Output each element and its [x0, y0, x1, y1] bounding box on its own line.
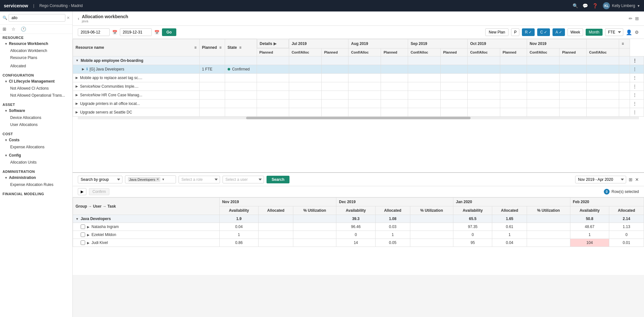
expand-sn-hr[interactable]: ▶: [76, 93, 78, 97]
row-dots-2[interactable]: ⋮: [630, 73, 644, 82]
state-filter-icon[interactable]: ≡: [239, 45, 241, 50]
sidebar-star-icon[interactable]: ☆: [11, 26, 16, 32]
go-button[interactable]: Go: [162, 28, 176, 36]
sidebar-group-resource-workbench-label[interactable]: ▼ Resource Workbench: [3, 40, 70, 47]
row-dots-6[interactable]: ⋮: [630, 108, 644, 116]
month-button[interactable]: Month: [586, 29, 603, 36]
header-actions: ✏ ⊞: [629, 16, 639, 21]
fte-select[interactable]: FTE: [605, 28, 623, 36]
expand-mobile-replace[interactable]: ▶: [76, 76, 78, 79]
role-select[interactable]: Select a role: [179, 176, 220, 183]
sidebar-group-admin-label[interactable]: ▼ Administration: [3, 174, 70, 181]
lower-feb-alloc-group: 2.14: [609, 215, 644, 223]
r-toggle-button[interactable]: R ✓: [522, 28, 535, 36]
expand-natasha[interactable]: ▶: [87, 225, 90, 229]
row-dots-3[interactable]: ⋮: [630, 82, 644, 91]
sidebar-home-icon[interactable]: ⊞: [3, 26, 6, 32]
expand-mobile-onboarding[interactable]: ▼: [76, 59, 79, 62]
p5: [199, 108, 225, 116]
sidebar-item-allocation-units[interactable]: Allocation Units: [3, 159, 70, 166]
settings-icon-button[interactable]: ⚙: [635, 30, 639, 35]
expand-upgrade-servers[interactable]: ▶: [76, 110, 78, 114]
search-input[interactable]: [9, 14, 65, 22]
planned-filter-icon[interactable]: ≡: [219, 45, 222, 50]
sidebar-item-device-allocations[interactable]: Device Allocations: [3, 114, 70, 121]
row-dots-5[interactable]: ⋮: [630, 99, 644, 108]
top-bar: servicenow | Rego Consulting - Madrid 🔍 …: [0, 0, 644, 11]
sidebar-item-user-allocations[interactable]: User Allocations: [3, 121, 70, 128]
date-range-select[interactable]: Nov 2019 - Apr 2020: [575, 176, 626, 183]
cal-from-icon[interactable]: 📅: [112, 30, 117, 35]
date-to-input[interactable]: [120, 28, 152, 36]
search-button[interactable]: Search: [267, 176, 289, 183]
cal-to-icon[interactable]: 📅: [154, 30, 159, 35]
c-toggle-button[interactable]: C ✓: [537, 28, 550, 36]
row-dots-java-dev[interactable]: ⋮: [630, 65, 644, 73]
expand-java-dev[interactable]: ▶: [82, 67, 84, 71]
sidebar-group-costs-label[interactable]: ▼ Costs: [3, 136, 70, 144]
expand-ezekiel[interactable]: ▶: [87, 233, 90, 237]
lower-close-icon[interactable]: ✕: [635, 177, 639, 182]
tag-dropdown-icon[interactable]: ▼: [162, 178, 165, 181]
sidebar-section-financial: Financial Modeling: [0, 190, 72, 197]
lower-group-java-dev: ▼ Java Developers: [73, 215, 220, 223]
p3: [199, 91, 225, 99]
user-select[interactable]: Select a user: [223, 176, 264, 183]
filter-icon[interactable]: ≡: [194, 45, 197, 50]
new-plan-button[interactable]: New Plan: [485, 28, 509, 36]
a-toggle-button[interactable]: A ✓: [553, 28, 565, 36]
dec-util-natasha: [410, 223, 453, 231]
sidebar-item-not-allowed-ci[interactable]: Not Allowed CI Actions: [3, 85, 70, 92]
java-developers-tag: Java Developers ✕ ▼: [125, 175, 176, 183]
user-area[interactable]: KL Kelly Limberg ▼: [603, 2, 640, 9]
sidebar-item-not-allowed-ot[interactable]: Not Allowed Operational Trans...: [3, 92, 70, 99]
column-filter-icon[interactable]: ⊞: [629, 177, 633, 182]
week-button[interactable]: Week: [567, 28, 583, 36]
expand-sn-communities[interactable]: ▶: [76, 85, 78, 88]
sidebar-item-allocation-workbench[interactable]: Allocation Workbench: [3, 47, 70, 54]
q10: [527, 99, 560, 108]
back-button[interactable]: ‹: [78, 16, 79, 21]
sidebar-item-resource-plans[interactable]: Resource Plans: [3, 54, 70, 61]
help-icon[interactable]: ❓: [592, 3, 598, 8]
search-icon[interactable]: 🔍: [573, 3, 578, 8]
date-from-input[interactable]: [78, 28, 110, 36]
search-clear-icon[interactable]: ✕: [67, 16, 70, 20]
info-java-dev-icon[interactable]: ℹ: [86, 67, 88, 71]
sidebar-group-ci-lifecycle-label[interactable]: ▼ CI Lifecycle Management: [3, 78, 70, 85]
checkbox-natasha[interactable]: [81, 225, 85, 229]
expand-judi[interactable]: ▶: [87, 241, 90, 245]
scrollbar-thumb[interactable]: [246, 117, 471, 119]
details-expand-icon[interactable]: ▶: [274, 41, 276, 46]
sidebar-history-icon[interactable]: 🕐: [21, 26, 26, 32]
jd4: [348, 65, 381, 73]
table-row: ▶ Upgrade servers at Seattle DC ⋮: [73, 108, 644, 116]
search-by-group-select[interactable]: Search by group: [78, 176, 122, 183]
expand-upgrade-printers[interactable]: ▶: [76, 102, 78, 105]
q11: [560, 99, 587, 108]
grid-icon[interactable]: ⊞: [635, 16, 639, 21]
sidebar-item-expense-allocations[interactable]: Expense Allocations: [3, 144, 70, 151]
p-toggle-button[interactable]: P: [511, 28, 519, 36]
sidebar-item-allocated[interactable]: Allocated: [3, 63, 70, 70]
sidebar-group-software-label[interactable]: ▼ Software: [3, 107, 70, 114]
row-dots-1[interactable]: ⋮: [630, 56, 644, 65]
edit-icon[interactable]: ✏: [629, 16, 633, 21]
tag-remove-icon[interactable]: ✕: [156, 177, 159, 181]
row-dots-4[interactable]: ⋮: [630, 91, 644, 99]
r4: [348, 108, 381, 116]
state-label-java-dev: Confirmed: [232, 67, 250, 71]
lower-col-jan2020: Jan 2020: [453, 198, 570, 206]
lower-expand-java-dev[interactable]: ▼: [76, 217, 79, 221]
jan-util-judi: [527, 239, 570, 247]
play-button[interactable]: ▶: [78, 188, 86, 195]
nov-util-natasha: [293, 223, 336, 231]
user-dropdown-icon[interactable]: ▼: [637, 4, 640, 8]
checkbox-ezekiel[interactable]: [81, 232, 85, 237]
col-header-menu[interactable]: ≡: [619, 39, 630, 48]
sidebar-group-config-label[interactable]: ▼ Config: [3, 152, 70, 159]
chat-icon[interactable]: 💬: [582, 3, 588, 8]
sidebar-item-expense-rules[interactable]: Expense Allocation Rules: [3, 181, 70, 188]
user-icon-button[interactable]: 👤: [626, 29, 632, 35]
checkbox-judi[interactable]: [81, 240, 85, 245]
